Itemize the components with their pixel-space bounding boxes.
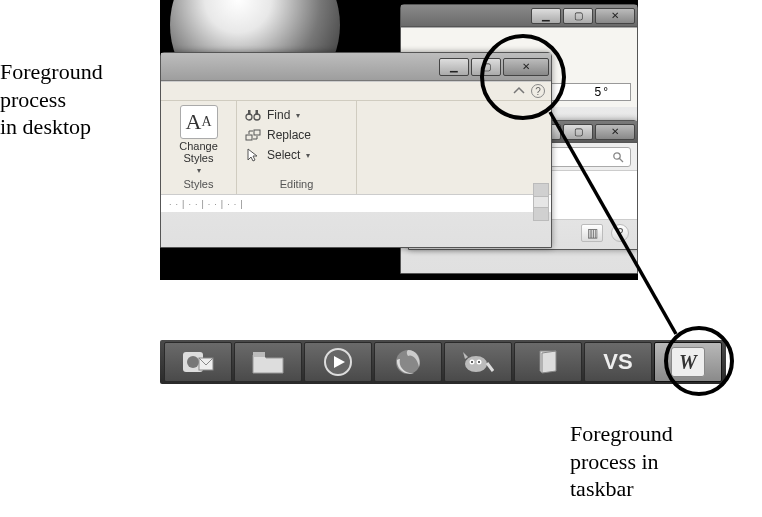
taskbar-item-outlook[interactable]: [164, 342, 232, 382]
word-ruler: ··|··|··|··|: [161, 194, 551, 212]
maximize-button[interactable]: ▢: [471, 58, 501, 76]
svg-rect-4: [248, 110, 251, 115]
cursor-icon: [245, 148, 261, 162]
select-label: Select: [267, 148, 300, 162]
svg-point-0: [614, 152, 620, 158]
word-titlebar: ▁ ▢ ✕: [161, 53, 551, 81]
find-label: Find: [267, 108, 290, 122]
taskbar: VS W: [160, 340, 726, 384]
styles-group: AA Change Styles ▾ Styles: [161, 101, 237, 194]
svg-rect-11: [253, 352, 265, 357]
view-layout-button[interactable]: ▥: [581, 224, 603, 242]
taskbar-item-gimp[interactable]: [444, 342, 512, 382]
ribbon-collapse-icon[interactable]: [513, 86, 525, 96]
taskbar-item-reader[interactable]: [514, 342, 582, 382]
taskbar-item-word[interactable]: W: [654, 342, 722, 382]
taskbar-item-explorer[interactable]: [234, 342, 302, 382]
word-icon: W: [671, 347, 705, 377]
folder-icon: [251, 349, 285, 375]
ribbon-collapse-row: ?: [161, 82, 551, 100]
outlook-icon: [181, 348, 215, 376]
dropdown-icon: ▾: [296, 111, 300, 120]
firefox-icon: [393, 347, 423, 377]
taskbar-item-visual-studio[interactable]: VS: [584, 342, 652, 382]
annotation-label-taskbar: Foreground process in taskbar: [570, 420, 673, 503]
styles-aa-icon: AA: [180, 105, 218, 139]
change-styles-button[interactable]: AA Change Styles ▾: [171, 105, 227, 175]
background-window-titlebar: ▁ ▢ ✕: [401, 5, 637, 27]
minimize-button[interactable]: ▁: [439, 58, 469, 76]
find-button[interactable]: Find ▾: [245, 105, 311, 125]
help-icon[interactable]: ?: [531, 84, 545, 98]
taskbar-item-media-player[interactable]: [304, 342, 372, 382]
close-button[interactable]: ✕: [595, 124, 635, 140]
dropdown-icon: ▾: [197, 166, 201, 175]
binoculars-icon: [245, 108, 261, 122]
select-button[interactable]: Select ▾: [245, 145, 311, 165]
svg-point-9: [187, 356, 199, 368]
annotation-label-desktop: Foreground process in desktop: [0, 58, 103, 141]
change-styles-label: Change Styles: [179, 141, 218, 164]
close-button[interactable]: ✕: [595, 8, 635, 24]
svg-rect-6: [246, 135, 252, 140]
taskbar-item-firefox[interactable]: [374, 342, 442, 382]
vertical-scrollbar[interactable]: [533, 183, 549, 221]
svg-point-17: [471, 361, 473, 363]
svg-point-14: [465, 356, 487, 372]
ribbon-groups: AA Change Styles ▾ Styles Find ▾: [161, 100, 551, 194]
svg-point-18: [478, 361, 480, 363]
replace-button[interactable]: Replace: [245, 125, 311, 145]
desktop-area: ▁ ▢ ✕ 5° ▁ ▢ ✕ th text ▥ ?: [160, 0, 638, 280]
svg-rect-5: [256, 110, 259, 115]
replace-icon: [245, 128, 261, 142]
gimp-icon: [462, 349, 494, 375]
dropdown-icon: ▾: [306, 151, 310, 160]
editing-group-label: Editing: [280, 176, 314, 194]
svg-rect-7: [254, 130, 260, 135]
minimize-button[interactable]: ▁: [531, 8, 561, 24]
svg-line-1: [620, 158, 624, 162]
help-button[interactable]: ?: [611, 224, 629, 242]
editing-group: Find ▾ Replace: [237, 101, 357, 194]
maximize-button[interactable]: ▢: [563, 124, 593, 140]
word-window: ▁ ▢ ✕ ? AA Change Styles ▾ Styles: [160, 52, 552, 248]
search-icon: [612, 151, 624, 163]
temperature-readout: 5°: [595, 85, 610, 99]
vs-icon: VS: [603, 349, 632, 375]
styles-group-label: Styles: [184, 176, 214, 194]
close-button[interactable]: ✕: [503, 58, 549, 76]
replace-label: Replace: [267, 128, 311, 142]
book-icon: [534, 348, 562, 376]
play-icon: [323, 347, 353, 377]
maximize-button[interactable]: ▢: [563, 8, 593, 24]
word-ribbon: ? AA Change Styles ▾ Styles: [161, 81, 551, 211]
